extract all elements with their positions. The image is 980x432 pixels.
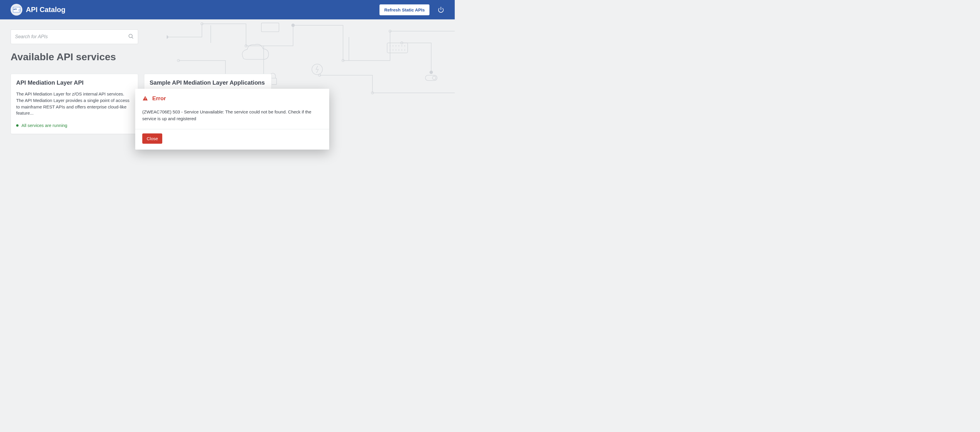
dialog-footer: Close [135, 129, 329, 149]
refresh-static-apis-button[interactable]: Refresh Static APIs [379, 5, 430, 15]
card-title: API Mediation Layer API [16, 79, 132, 86]
svg-line-33 [132, 37, 133, 38]
header-left-group: API Catalog [11, 4, 65, 16]
dialog-message: (ZWEAC706E) 503 - Service Unavailable: T… [142, 109, 322, 122]
card-title: Sample API Mediation Layer Applications [150, 79, 266, 86]
app-logo [11, 4, 22, 16]
page-heading: Available API services [11, 51, 444, 63]
status-dot-icon [16, 124, 19, 127]
logout-icon[interactable] [438, 6, 444, 13]
error-dialog: Error (ZWEAC706E) 503 - Service Unavaila… [135, 89, 329, 149]
svg-point-32 [129, 34, 132, 38]
app-title: API Catalog [26, 6, 65, 14]
card-description: The API Mediation Layer for z/OS interna… [16, 91, 132, 116]
search-container[interactable] [11, 29, 138, 44]
app-header: API Catalog Refresh Static APIs [0, 0, 455, 19]
dialog-title: Error [152, 95, 166, 102]
api-service-card[interactable]: API Mediation Layer API The API Mediatio… [11, 74, 138, 134]
search-icon [128, 33, 134, 40]
search-input[interactable] [15, 34, 128, 40]
card-status-text: All services are running [21, 123, 67, 128]
api-logo-icon [13, 7, 20, 12]
svg-rect-35 [145, 99, 145, 100]
header-right-group: Refresh Static APIs [379, 5, 444, 15]
close-button[interactable]: Close [142, 133, 162, 144]
dialog-header: Error [142, 95, 322, 102]
card-status: All services are running [16, 123, 132, 128]
warning-icon [142, 95, 148, 102]
svg-rect-34 [145, 98, 145, 99]
dialog-body: Error (ZWEAC706E) 503 - Service Unavaila… [135, 89, 329, 129]
